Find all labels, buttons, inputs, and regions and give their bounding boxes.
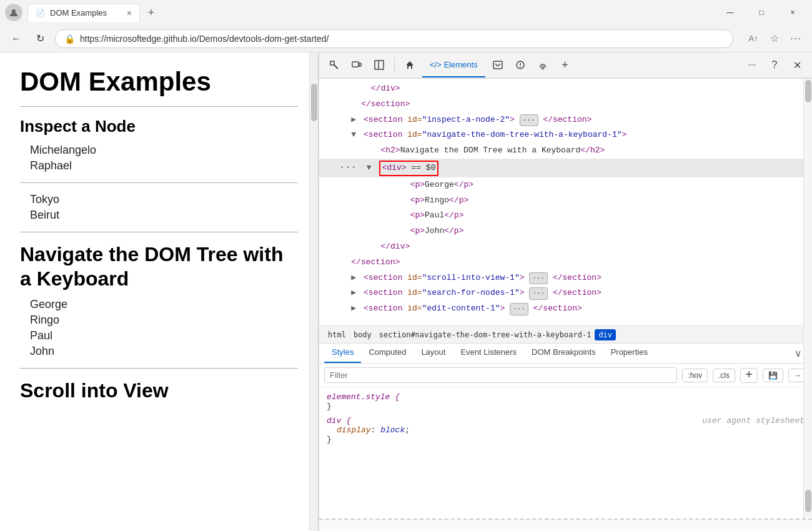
section1-names-list: Michelangelo Raphael: [30, 144, 298, 172]
dom-line[interactable]: ▶ <section id="search-for-nodes-1"> ··· …: [319, 285, 812, 301]
dom-line: </div>: [319, 81, 812, 97]
close-devtools-button[interactable]: ✕: [787, 55, 807, 75]
dom-line[interactable]: ▶ <section id="scroll-into-view-1"> ··· …: [319, 270, 812, 286]
dom-line[interactable]: ▶ <section id="inspect-a-node-2"> ··· </…: [319, 112, 812, 128]
tab-close-button[interactable]: ×: [127, 8, 132, 18]
tab-bar: 📄 DOM Examples × +: [27, 4, 711, 22]
settings-help-button[interactable]: ?: [765, 55, 785, 75]
profile-icon[interactable]: [5, 4, 22, 21]
list-item: Raphael: [30, 159, 298, 172]
event-listeners-tab[interactable]: Event Listeners: [453, 344, 524, 363]
inspect-element-button[interactable]: [324, 55, 344, 75]
bottom-dots-area: [319, 519, 812, 531]
scroll-into-view-heading: Scroll into View: [20, 379, 298, 402]
home-button[interactable]: [400, 55, 420, 75]
main-area: DOM Examples Inspect a Node Michelangelo…: [0, 52, 812, 531]
list-item: Tokyo: [30, 193, 298, 206]
svg-line-9: [498, 64, 500, 66]
breadcrumb-div[interactable]: div: [595, 329, 616, 340]
hov-button[interactable]: :hov: [682, 369, 708, 382]
list-item: George: [30, 298, 298, 311]
element-style-rule: element.style {: [327, 392, 805, 402]
section3-names-list: George Ringo Paul John: [30, 298, 298, 358]
list-item: Paul: [30, 329, 298, 342]
devtools-toolbar: </> Elements + ··· ? ✕: [319, 52, 812, 79]
more-menu-button[interactable]: ···: [787, 30, 805, 47]
element-style-closing: }: [327, 402, 805, 411]
more-tools-button[interactable]: ···: [742, 55, 762, 75]
address-right-buttons: A↑ ☆ ···: [745, 30, 805, 47]
inspect-node-heading: Inspect a Node: [20, 117, 298, 136]
devtools-scrollbar-thumb-bottom: [805, 490, 811, 512]
dom-breakpoints-tab[interactable]: DOM Breakpoints: [524, 344, 603, 363]
device-emulation-button[interactable]: [347, 55, 367, 75]
page-title: DOM Examples: [20, 67, 298, 96]
webpage-scrollbar[interactable]: [309, 52, 318, 531]
computed-tab[interactable]: Computed: [361, 344, 413, 363]
lock-icon: 🔒: [64, 34, 75, 44]
devtools-panel: </> Elements + ··· ? ✕ </div> </section>: [319, 52, 812, 531]
addressbar: ← ↻ 🔒 https://microsoftedge.github.io/De…: [0, 25, 812, 52]
dom-line: <h2>Navigate the DOM Tree with a Keyboar…: [319, 143, 812, 159]
div-rule-closing: }: [327, 435, 805, 444]
div-rule: div { user agent stylesheet: [327, 416, 805, 425]
devtools-scrollbar[interactable]: [803, 79, 812, 519]
breadcrumb-body[interactable]: body: [350, 329, 375, 340]
save-button[interactable]: 💾: [763, 369, 783, 382]
tab-title: DOM Examples: [50, 8, 107, 17]
debug-button[interactable]: [510, 55, 530, 75]
tab-page-icon: 📄: [36, 9, 45, 17]
read-aloud-button[interactable]: A↑: [745, 30, 762, 47]
dom-line: </section>: [319, 255, 812, 270]
active-tab[interactable]: 📄 DOM Examples ×: [27, 4, 140, 22]
layout-tab[interactable]: Layout: [413, 344, 453, 363]
divider-3: [20, 232, 298, 232]
dom-line: </section>: [319, 97, 812, 112]
elements-tab[interactable]: </> Elements: [422, 52, 485, 77]
styles-tabs-bar: Styles Computed Layout Event Listeners D…: [319, 344, 812, 364]
url-bar[interactable]: 🔒 https://microsoftedge.github.io/Demos/…: [55, 29, 733, 48]
add-rule-button[interactable]: [740, 368, 758, 383]
svg-rect-7: [493, 61, 502, 69]
refresh-button[interactable]: ↻: [31, 30, 49, 47]
dom-tree[interactable]: </div> </section> ▶ <section id="inspect…: [319, 79, 812, 326]
back-button[interactable]: ←: [7, 30, 25, 47]
dom-line[interactable]: ▶ <section id="edit-content-1"> ··· </se…: [319, 301, 812, 317]
selected-dom-node[interactable]: ··· ▼ <div> == $0: [319, 159, 812, 177]
properties-tab[interactable]: Properties: [603, 344, 655, 363]
dom-line: </div>: [319, 239, 812, 255]
svg-rect-1: [330, 61, 334, 65]
maximize-button[interactable]: □: [747, 2, 776, 22]
list-item: Michelangelo: [30, 144, 298, 157]
styles-panel: Styles Computed Layout Event Listeners D…: [319, 344, 812, 519]
network-button[interactable]: [533, 55, 553, 75]
webpage-content: DOM Examples Inspect a Node Michelangelo…: [0, 52, 319, 531]
panel-toggle-button[interactable]: [369, 55, 389, 75]
dom-line: <p>George</p>: [319, 177, 812, 193]
webpage-scrollbar-thumb: [311, 84, 317, 121]
add-tool-button[interactable]: +: [555, 55, 575, 75]
dom-line[interactable]: ▼ <section id="navigate-the-dom-tree-wit…: [319, 127, 812, 143]
styles-tab[interactable]: Styles: [324, 344, 361, 363]
styles-filter-row: :hov .cls 💾 →: [319, 364, 812, 387]
styles-filter-input[interactable]: [324, 367, 677, 383]
console-button[interactable]: [488, 55, 508, 75]
svg-point-13: [542, 68, 543, 70]
svg-line-8: [495, 64, 498, 66]
breadcrumb-html[interactable]: html: [324, 329, 350, 340]
minimize-button[interactable]: —: [716, 2, 745, 22]
toolbar-separator-1: [394, 57, 395, 72]
devtools-scrollbar-thumb-top: [805, 80, 811, 102]
list-item: Beirut: [30, 209, 298, 222]
new-tab-button[interactable]: +: [142, 4, 160, 21]
styles-content: element.style { } div { user agent style…: [319, 387, 812, 519]
svg-rect-5: [375, 61, 384, 69]
favorite-button[interactable]: ☆: [766, 30, 783, 47]
css-display-prop: display: block;: [327, 425, 805, 435]
cls-button[interactable]: .cls: [713, 369, 735, 382]
list-item: John: [30, 345, 298, 358]
breadcrumb-section[interactable]: section#navigate-the-dom-tree-with-a-key…: [375, 329, 595, 340]
svg-line-2: [334, 65, 338, 69]
close-window-button[interactable]: ×: [778, 2, 807, 22]
divider-2: [20, 182, 298, 183]
